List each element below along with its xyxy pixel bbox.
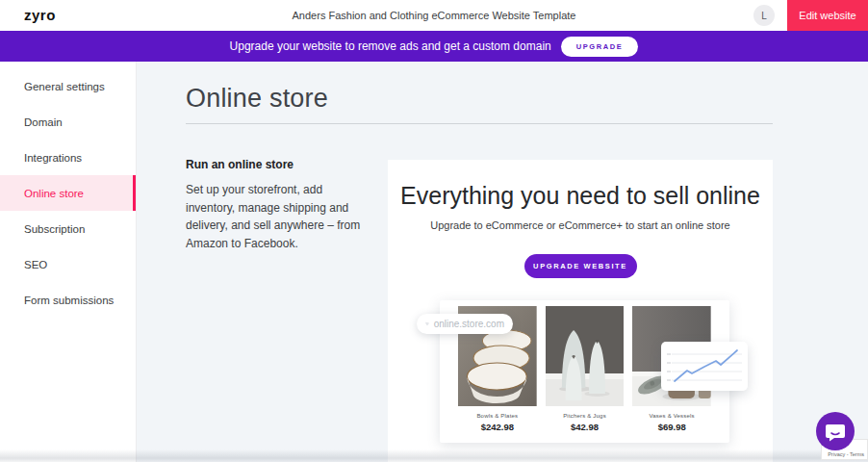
main-content: Online store Run an online store Set up … — [137, 62, 868, 462]
sidebar-item-general-settings[interactable]: General settings — [0, 68, 136, 104]
site-template-title: Anders Fashion and Clothing eCommerce We… — [0, 10, 868, 21]
upsell-subtitle: Upgrade to eCommerce or eCommerce+ to st… — [388, 219, 773, 231]
product-name: Bowls & Plates — [458, 413, 537, 419]
product-price: $42.98 — [546, 422, 625, 432]
line-chart-graphic — [661, 342, 748, 391]
chat-bubble-icon — [816, 412, 855, 450]
ecommerce-upsell-panel: Everything you need to sell online Upgra… — [388, 160, 773, 462]
sidebar-item-integrations[interactable]: Integrations — [0, 140, 136, 175]
store-url-text: online.store.com — [434, 319, 504, 329]
page-title: Online store — [186, 84, 328, 114]
product-card: Pitchers & Jugs $42.98 — [546, 306, 625, 443]
settings-sidebar: General settings Domain Integrations Onl… — [0, 62, 137, 462]
sidebar-item-domain[interactable]: Domain — [0, 104, 136, 140]
recaptcha-terms-text: Privacy - Terms — [828, 451, 864, 457]
sidebar-item-seo[interactable]: SEO — [0, 246, 136, 282]
upgrade-button[interactable]: UPGRADE — [561, 37, 639, 57]
cart-icon — [425, 319, 429, 329]
intro-description: Set up your storefront, add inventory, m… — [186, 181, 361, 252]
online-store-intro: Run an online store Set up your storefro… — [186, 158, 361, 252]
upgrade-banner: Upgrade your website to remove ads and g… — [0, 31, 868, 62]
chat-widget-button[interactable] — [816, 412, 855, 450]
product-name: Vases & Vessels — [632, 413, 711, 419]
user-avatar[interactable]: L — [753, 5, 775, 26]
product-price: $69.98 — [632, 422, 711, 432]
upgrade-website-button[interactable]: UPGRADE WEBSITE — [524, 254, 637, 278]
product-price: $242.98 — [458, 422, 537, 432]
product-name: Pitchers & Jugs — [546, 413, 625, 419]
sales-chart-card — [661, 342, 748, 391]
sidebar-item-subscription[interactable]: Subscription — [0, 211, 136, 246]
top-header: zyro Anders Fashion and Clothing eCommer… — [0, 0, 868, 31]
intro-heading: Run an online store — [186, 158, 361, 171]
pitchers-product-image — [546, 306, 625, 406]
chart-line — [675, 350, 737, 381]
upgrade-banner-text: Upgrade your website to remove ads and g… — [230, 39, 551, 53]
upsell-title: Everything you need to sell online — [388, 182, 773, 210]
edit-website-button[interactable]: Edit website — [787, 0, 868, 31]
sidebar-item-online-store[interactable]: Online store — [0, 175, 136, 211]
sidebar-item-form-submissions[interactable]: Form submissions — [0, 282, 136, 318]
title-divider — [186, 123, 773, 124]
app-root: zyro Anders Fashion and Clothing eCommer… — [0, 0, 868, 462]
store-url-bar: online.store.com — [417, 314, 513, 334]
